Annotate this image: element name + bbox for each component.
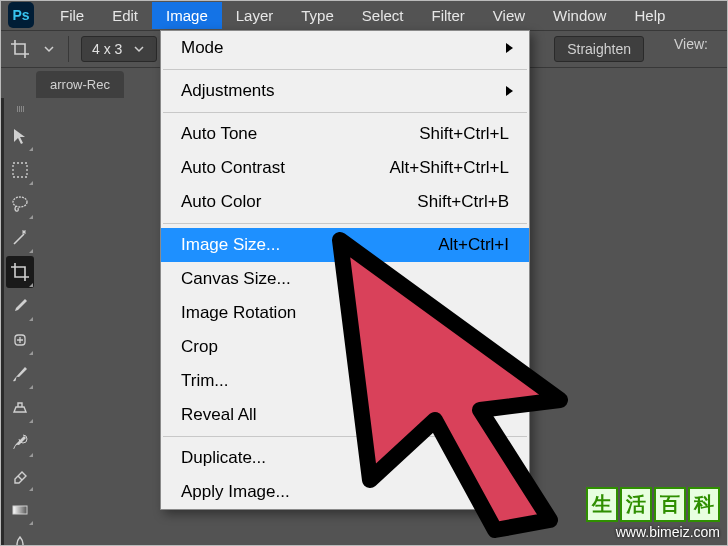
eyedropper-tool[interactable] xyxy=(6,290,34,322)
crop-ratio-value: 4 x 3 xyxy=(92,41,122,57)
move-tool[interactable] xyxy=(6,120,34,152)
eraser-tool[interactable] xyxy=(6,460,34,492)
toolbox xyxy=(4,98,36,546)
menu-layer[interactable]: Layer xyxy=(222,2,288,29)
menu-separator xyxy=(163,436,527,437)
menu-file[interactable]: File xyxy=(46,2,98,29)
menu-edit[interactable]: Edit xyxy=(98,2,152,29)
menu-item-auto-tone[interactable]: Auto ToneShift+Ctrl+L xyxy=(161,117,529,151)
watermark: 生活百科 www.bimeiz.com xyxy=(586,487,720,540)
menu-item-shortcut: Shift+Ctrl+B xyxy=(417,192,509,212)
menu-item-image-size[interactable]: Image Size...Alt+Ctrl+I xyxy=(161,228,529,262)
menu-view[interactable]: View xyxy=(479,2,539,29)
menu-help[interactable]: Help xyxy=(620,2,679,29)
svg-point-1 xyxy=(13,197,27,207)
menu-item-label: Reveal All xyxy=(181,405,509,425)
menu-item-duplicate[interactable]: Duplicate... xyxy=(161,441,529,475)
menu-item-adjustments[interactable]: Adjustments xyxy=(161,74,529,108)
menu-item-canvas-size[interactable]: Canvas Size... xyxy=(161,262,529,296)
menu-item-label: Crop xyxy=(181,337,509,357)
menu-item-shortcut: Alt+Ctrl+I xyxy=(438,235,509,255)
menu-item-label: Auto Contrast xyxy=(181,158,389,178)
watermark-char: 百 xyxy=(654,487,686,522)
svg-rect-3 xyxy=(13,506,27,514)
watermark-url: www.bimeiz.com xyxy=(586,524,720,540)
view-label: View: xyxy=(674,36,708,62)
menubar: Ps FileEditImageLayerTypeSelectFilterVie… xyxy=(0,0,728,30)
straighten-button[interactable]: Straighten xyxy=(554,36,644,62)
menu-item-trim[interactable]: Trim... xyxy=(161,364,529,398)
menu-select[interactable]: Select xyxy=(348,2,418,29)
history-brush-tool[interactable] xyxy=(6,426,34,458)
marquee-tool[interactable] xyxy=(6,154,34,186)
menu-item-label: Image Rotation xyxy=(181,303,509,323)
healing-brush-tool[interactable] xyxy=(6,324,34,356)
menu-separator xyxy=(163,112,527,113)
submenu-arrow-icon xyxy=(506,43,513,53)
svg-rect-0 xyxy=(13,163,27,177)
menu-item-label: Image Size... xyxy=(181,235,438,255)
menu-separator xyxy=(163,223,527,224)
watermark-char: 生 xyxy=(586,487,618,522)
crop-ratio-dropdown[interactable]: 4 x 3 xyxy=(81,36,157,62)
panel-grip[interactable] xyxy=(6,104,34,114)
lasso-tool[interactable] xyxy=(6,188,34,220)
menu-item-label: Apply Image... xyxy=(181,482,509,502)
menu-item-shortcut: Shift+Ctrl+L xyxy=(419,124,509,144)
menu-item-crop[interactable]: Crop xyxy=(161,330,529,364)
menu-item-auto-color[interactable]: Auto ColorShift+Ctrl+B xyxy=(161,185,529,219)
submenu-arrow-icon xyxy=(506,86,513,96)
blur-tool[interactable] xyxy=(6,528,34,546)
magic-wand-tool[interactable] xyxy=(6,222,34,254)
chevron-down-icon[interactable] xyxy=(42,42,56,56)
menu-image[interactable]: Image xyxy=(152,2,222,29)
menu-item-mode[interactable]: Mode xyxy=(161,31,529,65)
brush-tool[interactable] xyxy=(6,358,34,390)
menu-separator xyxy=(163,69,527,70)
menu-filter[interactable]: Filter xyxy=(418,2,479,29)
menu-item-label: Auto Tone xyxy=(181,124,419,144)
document-tab[interactable]: arrow-Rec xyxy=(36,71,124,98)
menu-item-label: Canvas Size... xyxy=(181,269,509,289)
menu-item-label: Duplicate... xyxy=(181,448,509,468)
menu-window[interactable]: Window xyxy=(539,2,620,29)
menu-item-label: Adjustments xyxy=(181,81,509,101)
menu-item-auto-contrast[interactable]: Auto ContrastAlt+Shift+Ctrl+L xyxy=(161,151,529,185)
crop-tool-icon xyxy=(10,39,30,59)
menu-item-image-rotation[interactable]: Image Rotation xyxy=(161,296,529,330)
menu-item-label: Trim... xyxy=(181,371,509,391)
menu-item-label: Mode xyxy=(181,38,509,58)
menu-item-label: Auto Color xyxy=(181,192,417,212)
crop-tool[interactable] xyxy=(6,256,34,288)
app-logo: Ps xyxy=(8,2,34,28)
gradient-tool[interactable] xyxy=(6,494,34,526)
watermark-char: 科 xyxy=(688,487,720,522)
image-menu-dropdown: ModeAdjustmentsAuto ToneShift+Ctrl+LAuto… xyxy=(160,30,530,510)
clone-stamp-tool[interactable] xyxy=(6,392,34,424)
chevron-down-icon xyxy=(132,42,146,56)
watermark-char: 活 xyxy=(620,487,652,522)
menu-type[interactable]: Type xyxy=(287,2,348,29)
menu-item-shortcut: Alt+Shift+Ctrl+L xyxy=(389,158,509,178)
menu-item-reveal-all[interactable]: Reveal All xyxy=(161,398,529,432)
menu-item-apply-image[interactable]: Apply Image... xyxy=(161,475,529,509)
